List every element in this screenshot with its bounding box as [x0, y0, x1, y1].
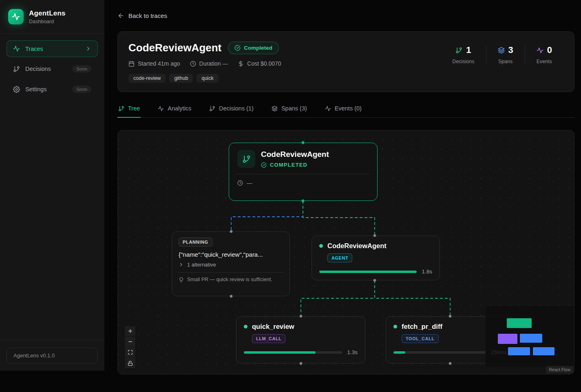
activity-icon — [13, 45, 20, 52]
node-handle[interactable] — [299, 362, 303, 365]
tag: quick — [197, 74, 218, 83]
sidebar-nav: Traces Decisions Soon Settings Soon — [0, 34, 104, 340]
node-status: COMPLETED — [270, 162, 307, 168]
fit-view-button[interactable] — [125, 347, 135, 358]
node-handle[interactable] — [448, 315, 452, 318]
flow-node-quick-review[interactable]: quick_review LLM_CALL 1.3s — [236, 316, 365, 363]
node-duration: 1.8s — [422, 269, 432, 275]
node-title: quick_review — [252, 323, 294, 330]
git-branch-icon — [455, 47, 462, 54]
divider — [236, 174, 370, 174]
stat-value: 3 — [508, 45, 513, 55]
gear-icon — [13, 86, 20, 93]
duration-bar — [244, 351, 342, 354]
activity-icon — [325, 106, 331, 112]
zoom-in-button[interactable] — [125, 326, 135, 337]
minimap-node-agent — [520, 334, 542, 343]
status-badge: Completed — [228, 42, 279, 54]
tab-label: Spans (3) — [281, 105, 307, 112]
check-circle-icon — [234, 45, 241, 51]
zoom-out-button[interactable] — [125, 337, 135, 347]
tag: github — [169, 74, 193, 83]
flow-node-agent-span[interactable]: CodeReviewAgent AGENT 1.8s — [311, 236, 440, 280]
stat-label: Spans — [498, 59, 513, 64]
duration-bar-fill — [319, 271, 417, 273]
stat-value: 1 — [466, 45, 471, 55]
sidebar-header: AgentLens Dashboard — [0, 0, 104, 34]
node-handle[interactable] — [230, 230, 233, 233]
tab-tree[interactable]: Tree — [117, 104, 141, 117]
tab-events[interactable]: Events (0) — [324, 104, 362, 117]
tab-spans[interactable]: Spans (3) — [271, 104, 308, 117]
sidebar-item-decisions[interactable]: Decisions Soon — [7, 60, 98, 77]
trace-header-card: CodeReviewAgent Completed Started 41m ag… — [117, 31, 574, 92]
minimap-node-tool — [533, 347, 554, 355]
tab-decisions[interactable]: Decisions (1) — [208, 104, 254, 117]
clock-icon — [190, 61, 196, 67]
soon-badge: Soon — [72, 65, 91, 73]
node-handle[interactable] — [299, 315, 303, 318]
trace-tags: code-review github quick — [128, 74, 281, 83]
check-circle-icon — [261, 162, 267, 168]
page-title: CodeReviewAgent — [128, 42, 221, 54]
arrow-left-icon — [117, 12, 124, 19]
activity-icon — [537, 47, 543, 54]
main-content: Back to traces CodeReviewAgent Completed — [104, 0, 581, 374]
sidebar: AgentLens Dashboard Traces Decisions Soo… — [0, 0, 104, 371]
duration-label: Duration — — [199, 60, 228, 67]
node-handle[interactable] — [230, 295, 233, 298]
git-branch-icon — [209, 106, 215, 112]
decision-alternatives-toggle[interactable]: 1 alternative — [179, 262, 283, 268]
sidebar-item-label: Decisions — [25, 66, 51, 72]
app-name: AgentLens — [29, 9, 66, 18]
alternatives-label: 1 alternative — [187, 262, 216, 268]
minimap-node-llm — [508, 347, 530, 355]
divider — [178, 272, 284, 273]
node-title: CodeReviewAgent — [327, 242, 387, 250]
flow-node-planning-decision[interactable]: PLANNING {"name":"quick_review","para...… — [172, 231, 290, 296]
tab-label: Analytics — [168, 105, 191, 112]
node-handle[interactable] — [301, 199, 305, 203]
started-meta: Started 41m ago — [128, 60, 180, 67]
status-dot — [244, 325, 247, 328]
node-handle[interactable] — [448, 362, 452, 365]
app-logo — [8, 9, 24, 24]
node-handle[interactable] — [373, 234, 376, 237]
started-label: Started 41m ago — [138, 60, 180, 67]
tab-bar: Tree Analytics Decisions (1) Spans (3) — [117, 104, 574, 118]
tab-analytics[interactable]: Analytics — [157, 104, 192, 117]
stat-value: 0 — [547, 45, 552, 55]
lock-toggle-button[interactable] — [125, 358, 135, 368]
clock-icon — [237, 180, 243, 186]
decision-reason: Small PR — quick review is sufficient. — [187, 277, 272, 282]
status-dot — [319, 244, 323, 248]
git-branch-icon — [118, 106, 124, 112]
node-duration: — — [247, 180, 252, 186]
git-branch-icon — [13, 66, 20, 73]
decision-type-badge: PLANNING — [179, 238, 212, 247]
app-version: AgentLens v0.1.0 — [7, 348, 98, 363]
node-handle[interactable] — [373, 279, 376, 282]
cost-label: Cost $0.0070 — [247, 60, 281, 67]
sidebar-item-settings[interactable]: Settings Soon — [7, 81, 98, 98]
lightbulb-icon — [179, 277, 184, 282]
stat-label: Decisions — [452, 59, 474, 64]
flow-canvas[interactable]: CodeReviewAgent COMPLETED — — [117, 130, 574, 374]
flow-node-root-agent[interactable]: CodeReviewAgent COMPLETED — — [229, 143, 378, 201]
tag: code-review — [128, 74, 166, 83]
status-dot — [393, 325, 397, 328]
stat-events: 0 Events — [525, 45, 563, 64]
sidebar-item-traces[interactable]: Traces — [7, 40, 98, 57]
back-to-traces-link[interactable]: Back to traces — [117, 12, 167, 19]
back-link-label: Back to traces — [128, 12, 167, 19]
duration-bar — [319, 271, 417, 273]
flow-minimap[interactable] — [486, 306, 574, 367]
duration-bar-fill — [393, 351, 405, 354]
chevron-right-icon — [179, 262, 184, 267]
status-label: Completed — [244, 45, 272, 51]
node-title: fetch_pr_diff — [402, 323, 442, 330]
node-handle[interactable] — [301, 141, 305, 144]
node-title: CodeReviewAgent — [261, 150, 329, 159]
react-flow-attribution[interactable]: React Flow — [546, 366, 573, 373]
minimap-node-decision — [498, 334, 517, 344]
